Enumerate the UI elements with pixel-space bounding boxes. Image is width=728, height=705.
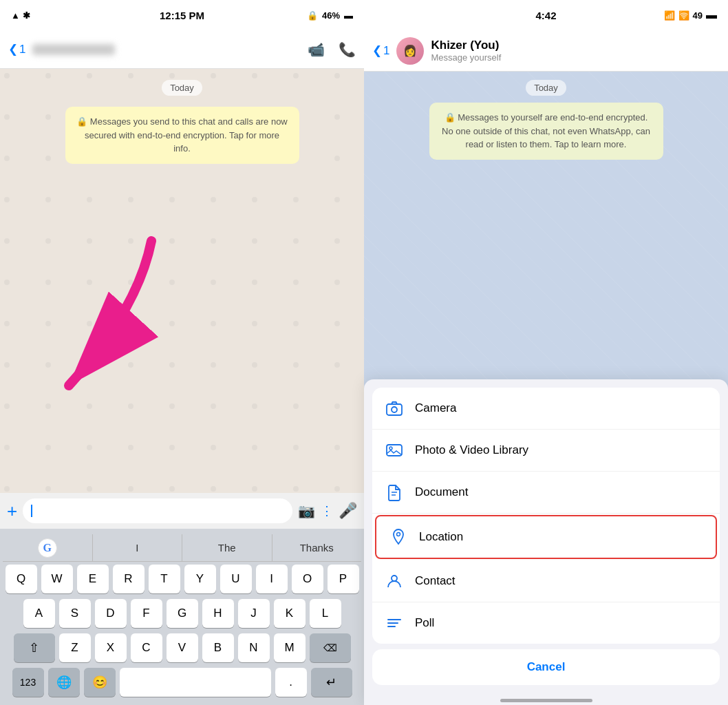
battery-right: 49 bbox=[693, 10, 703, 21]
autocomplete-i[interactable]: I bbox=[93, 534, 183, 561]
mic-button[interactable]: 🎤 bbox=[339, 502, 357, 520]
signal-icon: 📶 bbox=[664, 10, 675, 21]
key-f[interactable]: F bbox=[131, 599, 162, 628]
menu-item-document[interactable]: Document bbox=[372, 472, 720, 514]
key-v[interactable]: V bbox=[167, 633, 198, 662]
right-chevron-left-icon: ❮ bbox=[372, 43, 382, 58]
menu-item-location[interactable]: Location bbox=[375, 515, 717, 559]
input-area: + 📷 ⋮ 🎤 bbox=[0, 493, 364, 529]
left-chat-area: Today 🔒 Messages you send to this chat a… bbox=[0, 69, 364, 493]
right-date-badge: Today bbox=[526, 80, 566, 96]
camera-button[interactable]: 📷 bbox=[298, 503, 315, 519]
menu-item-contact[interactable]: Contact bbox=[372, 560, 720, 602]
google-logo: G bbox=[38, 538, 57, 558]
period-key[interactable]: . bbox=[275, 668, 307, 697]
key-i[interactable]: I bbox=[256, 565, 288, 593]
location-label: Location bbox=[419, 530, 463, 544]
battery-icon: ▬ bbox=[344, 10, 353, 21]
key-r[interactable]: R bbox=[113, 565, 144, 593]
back-count: 1 bbox=[19, 43, 25, 56]
autocomplete-thanks[interactable]: Thanks bbox=[272, 534, 362, 561]
key-p[interactable]: P bbox=[328, 565, 359, 593]
keyboard-row-1: Q W E R T Y U I O P bbox=[3, 565, 361, 593]
left-panel: ▲ ✱ 12:15 PM 🔒 46% ▬ ❮ 1 📹 📞 Today 🔒 Mes… bbox=[0, 0, 364, 705]
right-time: 4:42 bbox=[535, 10, 556, 21]
key-q[interactable]: Q bbox=[6, 565, 37, 593]
right-encryption-notice[interactable]: 🔒 Messages to yourself are end-to-end en… bbox=[429, 103, 663, 160]
key-l[interactable]: L bbox=[310, 599, 341, 628]
encryption-notice[interactable]: 🔒 Messages you send to this chat and cal… bbox=[65, 107, 299, 164]
attach-button[interactable]: + bbox=[7, 501, 17, 522]
left-time: 12:15 PM bbox=[160, 10, 204, 21]
back-button[interactable]: ❮ 1 bbox=[8, 42, 25, 56]
space-key[interactable] bbox=[120, 668, 271, 697]
key-o[interactable]: O bbox=[292, 565, 323, 593]
contact-name-blurred bbox=[32, 44, 115, 55]
right-panel: 4:42 📶 🛜 49 ▬ ❮ 1 👩 Khizer (You) Message… bbox=[364, 0, 728, 705]
more-options-button[interactable]: ⋮ bbox=[321, 503, 333, 518]
cancel-button[interactable]: Cancel bbox=[372, 649, 720, 685]
contact-menu-icon bbox=[383, 570, 405, 592]
document-label: Document bbox=[415, 485, 468, 499]
header-actions: 📹 📞 bbox=[308, 41, 356, 58]
key-u[interactable]: U bbox=[220, 565, 252, 593]
key-z[interactable]: Z bbox=[59, 633, 91, 662]
poll-menu-icon bbox=[383, 612, 405, 634]
key-h[interactable]: H bbox=[202, 599, 234, 628]
right-back-button[interactable]: ❮ 1 bbox=[372, 43, 389, 58]
key-j[interactable]: J bbox=[238, 599, 270, 628]
key-a[interactable]: A bbox=[23, 599, 55, 628]
key-y[interactable]: Y bbox=[184, 565, 216, 593]
menu-card: Camera Photo & Video Library bbox=[372, 388, 720, 644]
right-status-icons: 📶 🛜 49 ▬ bbox=[664, 9, 717, 21]
right-contact-name: Khizer (You) bbox=[431, 39, 501, 52]
photo-video-label: Photo & Video Library bbox=[415, 443, 528, 457]
contact-label: Contact bbox=[415, 574, 456, 588]
key-x[interactable]: X bbox=[95, 633, 127, 662]
key-m[interactable]: M bbox=[274, 633, 306, 662]
menu-item-poll[interactable]: Poll bbox=[372, 602, 720, 644]
left-status-bar: ▲ ✱ 12:15 PM 🔒 46% ▬ bbox=[0, 0, 364, 30]
key-s[interactable]: S bbox=[59, 599, 91, 628]
key-d[interactable]: D bbox=[95, 599, 127, 628]
home-indicator bbox=[500, 699, 592, 702]
contact-info bbox=[32, 44, 301, 55]
key-c[interactable]: C bbox=[131, 633, 162, 662]
globe-key[interactable]: 🌐 bbox=[48, 668, 80, 697]
key-t[interactable]: T bbox=[149, 565, 180, 593]
contact-avatar: 👩 bbox=[396, 37, 424, 65]
video-call-icon[interactable]: 📹 bbox=[308, 41, 325, 58]
svg-rect-1 bbox=[387, 404, 402, 415]
right-status-bar: 4:42 📶 🛜 49 ▬ bbox=[364, 0, 728, 30]
key-k[interactable]: K bbox=[274, 599, 306, 628]
keyboard-row-3: ⇧ Z X C V B N M ⌫ bbox=[3, 633, 361, 662]
location-menu-icon bbox=[387, 526, 409, 548]
message-input[interactable] bbox=[23, 498, 292, 523]
key-g[interactable]: G bbox=[167, 599, 198, 628]
key-e[interactable]: E bbox=[77, 565, 109, 593]
svg-rect-3 bbox=[387, 445, 402, 456]
text-cursor bbox=[31, 505, 32, 517]
key-w[interactable]: W bbox=[41, 565, 73, 593]
emoji-key[interactable]: 😊 bbox=[84, 668, 116, 697]
menu-item-photo-video[interactable]: Photo & Video Library bbox=[372, 430, 720, 472]
svg-point-2 bbox=[392, 407, 397, 412]
voice-call-icon[interactable]: 📞 bbox=[339, 41, 356, 58]
bottom-sheet: Camera Photo & Video Library bbox=[364, 379, 728, 705]
shift-key[interactable]: ⇧ bbox=[14, 633, 55, 662]
numbers-key[interactable]: 123 bbox=[12, 668, 44, 697]
left-header: ❮ 1 📹 📞 bbox=[0, 30, 364, 69]
menu-item-camera[interactable]: Camera bbox=[372, 388, 720, 430]
autocomplete-the[interactable]: The bbox=[182, 534, 272, 561]
key-n[interactable]: N bbox=[238, 633, 270, 662]
return-key[interactable]: ↵ bbox=[311, 668, 352, 697]
autocomplete-google: G bbox=[3, 534, 93, 561]
lock-icon: 🔒 bbox=[307, 10, 318, 21]
key-b[interactable]: B bbox=[202, 633, 234, 662]
camera-menu-icon bbox=[383, 397, 405, 419]
bluetooth-icon: ✱ bbox=[23, 10, 30, 21]
svg-point-7 bbox=[397, 533, 400, 536]
poll-label: Poll bbox=[415, 616, 434, 630]
delete-key[interactable]: ⌫ bbox=[310, 633, 351, 662]
photo-video-menu-icon bbox=[383, 439, 405, 461]
